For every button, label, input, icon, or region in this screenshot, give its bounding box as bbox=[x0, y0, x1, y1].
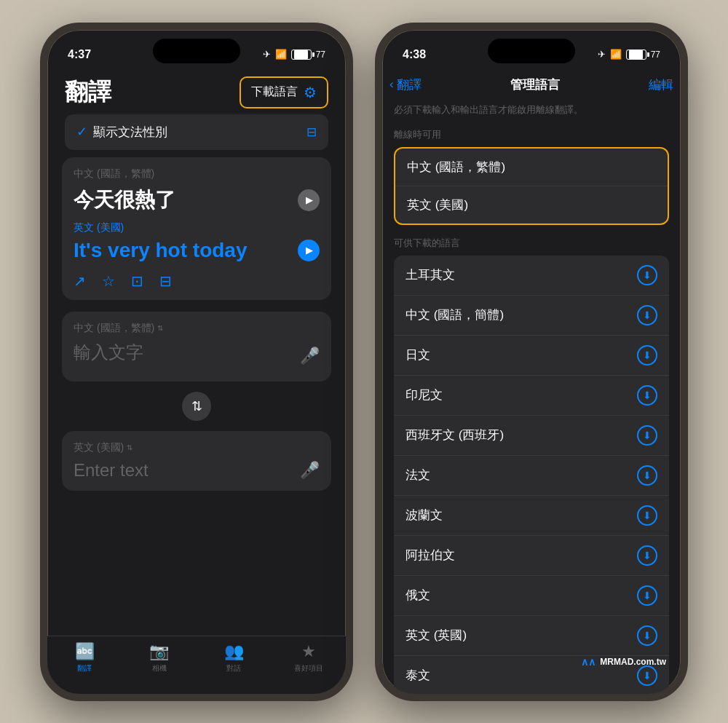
offline-section-header: 離線時可用 bbox=[382, 128, 681, 147]
watermark-text: MRMAD.com.tw bbox=[600, 657, 666, 667]
download-btn-3[interactable]: ⬇ bbox=[637, 385, 657, 406]
download-lang-button[interactable]: 下載語言 ⚙ bbox=[240, 76, 328, 108]
source-lang-label: 中文 (國語，繁體) bbox=[74, 167, 320, 181]
source-text: 今天很熱了 ▶ bbox=[74, 186, 320, 214]
battery-pct-2: 77 bbox=[651, 50, 660, 60]
airplane-icon-2: ✈ bbox=[598, 49, 606, 60]
back-chevron-icon: ‹ bbox=[389, 77, 394, 92]
translated-text: It's very hot today ▶ bbox=[74, 239, 320, 262]
battery-icon-2 bbox=[626, 50, 646, 60]
back-button[interactable]: ‹ 翻譯 bbox=[389, 76, 422, 93]
download-btn-7[interactable]: ⬇ bbox=[637, 545, 657, 566]
download-btn-4[interactable]: ⬇ bbox=[637, 425, 657, 446]
download-btn-5[interactable]: ⬇ bbox=[637, 465, 657, 486]
download-item-3: 印尼文 ⬇ bbox=[394, 376, 669, 416]
download-item-1: 中文 (國語，簡體) ⬇ bbox=[394, 296, 669, 336]
offline-box: 中文 (國語，繁體) 英文 (美國) bbox=[394, 147, 669, 225]
status-icons-1: ✈ 📶 77 bbox=[263, 49, 325, 60]
gear-icon[interactable]: ⚙ bbox=[304, 84, 317, 101]
tab-bar: 🔤 翻譯 📷 相機 👥 對話 ★ 喜好項目 bbox=[47, 636, 346, 694]
chevron-icon: ⇅ bbox=[157, 324, 163, 332]
play-translated-btn[interactable]: ▶ bbox=[298, 240, 320, 261]
swap-button[interactable]: ⇅ bbox=[62, 382, 331, 431]
wifi-icon: 📶 bbox=[275, 49, 287, 60]
tab-camera-label: 相機 bbox=[152, 663, 167, 673]
swap-circle[interactable]: ⇅ bbox=[182, 392, 211, 421]
download-item-5: 法文 ⬇ bbox=[394, 456, 669, 496]
result-card: 中文 (國語，繁體) 今天很熱了 ▶ 英文 (美國) It's very hot… bbox=[62, 157, 331, 300]
checkmark-icon: ✓ bbox=[76, 124, 87, 140]
dropdown-menu: ✓ 顯示文法性別 ⊟ bbox=[65, 114, 328, 150]
download-btn-1[interactable]: ⬇ bbox=[637, 305, 657, 325]
manage-header: ‹ 翻譯 管理語言 編輯 bbox=[382, 69, 681, 103]
download-btn-6[interactable]: ⬇ bbox=[637, 505, 657, 526]
downloadable-section-header: 可供下載的語言 bbox=[382, 237, 681, 256]
share-icon[interactable]: ⊟ bbox=[159, 272, 172, 290]
status-time-2: 4:38 bbox=[403, 48, 426, 61]
phone-2: 4:38 ✈ 📶 77 ‹ 翻譯 管理語言 編輯 必須下載輸入和輸出語言才能啟用… bbox=[375, 23, 688, 701]
star-icon[interactable]: ☆ bbox=[102, 272, 115, 290]
app-title: 翻譯 bbox=[65, 76, 111, 108]
tab-translate[interactable]: 🔤 翻譯 bbox=[47, 642, 122, 673]
dropdown-item-grammar[interactable]: ✓ 顯示文法性別 ⊟ bbox=[65, 114, 328, 150]
edit-button[interactable]: 編輯 bbox=[649, 76, 673, 93]
chevron-icon-target: ⇅ bbox=[127, 443, 132, 451]
tab-camera[interactable]: 📷 相機 bbox=[122, 642, 197, 673]
input-section-bottom: 英文 (美國) ⇅ Enter text 🎤 bbox=[62, 431, 331, 491]
wifi-icon-2: 📶 bbox=[610, 49, 622, 60]
status-icons-2: ✈ 📶 77 bbox=[598, 49, 660, 60]
download-btn-9[interactable]: ⬇ bbox=[637, 625, 657, 646]
target-placeholder[interactable]: Enter text bbox=[74, 460, 149, 481]
airplane-icon: ✈ bbox=[263, 49, 271, 60]
manage-description: 必須下載輸入和輸出語言才能啟用離線翻譯。 bbox=[382, 103, 681, 128]
back-label: 翻譯 bbox=[397, 76, 422, 93]
download-item-11: 烏克蘭文 ⬇ bbox=[394, 696, 669, 701]
dynamic-island-2 bbox=[488, 39, 575, 63]
status-time-1: 4:37 bbox=[68, 48, 91, 61]
play-source-btn[interactable]: ▶ bbox=[298, 189, 320, 211]
translated-lang-label: 英文 (美國) bbox=[74, 221, 320, 234]
manage-title: 管理語言 bbox=[510, 76, 560, 93]
swap-icon: ⇅ bbox=[191, 398, 202, 414]
download-btn-0[interactable]: ⬇ bbox=[637, 265, 657, 285]
dropdown-item-label: 顯示文法性別 bbox=[93, 124, 167, 141]
phone-1: 4:37 ✈ 📶 77 翻譯 下載語言 ⚙ bbox=[40, 23, 353, 701]
download-btn-8[interactable]: ⬇ bbox=[637, 585, 657, 606]
phone1-content: 翻譯 下載語言 ⚙ ✓ 顯示文法性別 ⊟ 中文 (國語，繁體) 今天很 bbox=[47, 69, 346, 491]
camera-tab-icon: 📷 bbox=[149, 642, 169, 661]
expand-icon[interactable]: ↗ bbox=[74, 272, 86, 290]
tab-translate-label: 翻譯 bbox=[77, 663, 92, 673]
source-placeholder[interactable]: 輸入文字 bbox=[74, 341, 143, 364]
mic-icon-target[interactable]: 🎤 bbox=[300, 461, 320, 480]
download-item-2: 日文 ⬇ bbox=[394, 336, 669, 376]
download-btn-2[interactable]: ⬇ bbox=[637, 345, 657, 366]
copy-icon[interactable]: ⊡ bbox=[131, 272, 143, 290]
download-item-0: 土耳其文 ⬇ bbox=[394, 256, 669, 296]
app-header: 翻譯 下載語言 ⚙ bbox=[62, 69, 331, 114]
favorites-tab-icon: ★ bbox=[301, 642, 316, 661]
download-lang-label: 下載語言 bbox=[251, 84, 298, 100]
watermark: ∧∧ MRMAD.com.tw bbox=[581, 656, 666, 668]
target-lang-label: 英文 (美國) ⇅ bbox=[74, 441, 320, 454]
tab-conversation[interactable]: 👥 對話 bbox=[197, 642, 272, 673]
download-list: 土耳其文 ⬇ 中文 (國語，簡體) ⬇ 日文 ⬇ 印尼文 ⬇ 西班牙文 (西班牙… bbox=[394, 256, 669, 701]
tab-conversation-label: 對話 bbox=[226, 663, 241, 673]
translate-tab-icon: 🔤 bbox=[75, 642, 95, 661]
download-item-8: 俄文 ⬇ bbox=[394, 576, 669, 616]
offline-item-0: 中文 (國語，繁體) bbox=[395, 149, 668, 186]
mic-icon-source[interactable]: 🎤 bbox=[300, 347, 320, 366]
tab-favorites[interactable]: ★ 喜好項目 bbox=[272, 642, 347, 673]
download-item-9: 英文 (英國) ⬇ bbox=[394, 616, 669, 656]
battery-pct-1: 77 bbox=[316, 50, 325, 60]
download-item-6: 波蘭文 ⬇ bbox=[394, 496, 669, 536]
translate-icon: ⊟ bbox=[306, 125, 317, 140]
battery-icon-1 bbox=[291, 50, 312, 60]
conversation-tab-icon: 👥 bbox=[224, 642, 244, 661]
action-icons: ↗ ☆ ⊡ ⊟ bbox=[74, 272, 320, 290]
download-btn-10[interactable]: ⬇ bbox=[637, 665, 657, 686]
input-lang-label: 中文 (國語，繁體) ⇅ bbox=[74, 322, 320, 335]
dynamic-island bbox=[153, 39, 240, 63]
tab-favorites-label: 喜好項目 bbox=[294, 663, 323, 673]
input-section-top: 中文 (國語，繁體) ⇅ 輸入文字 🎤 bbox=[62, 312, 331, 382]
download-item-4: 西班牙文 (西班牙) ⬇ bbox=[394, 416, 669, 456]
